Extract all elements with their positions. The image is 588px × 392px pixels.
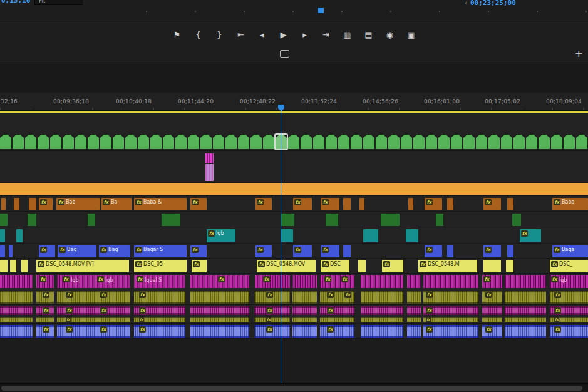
clip[interactable]: [0, 229, 5, 242]
clip[interactable]: [288, 135, 299, 149]
step-forward-icon[interactable]: ▸: [301, 30, 309, 40]
clip[interactable]: fx: [483, 198, 501, 210]
clip-strip[interactable]: [0, 275, 588, 288]
clip-strip[interactable]: [0, 317, 588, 322]
clip[interactable]: [205, 153, 214, 181]
clip[interactable]: [13, 135, 24, 149]
clip[interactable]: [401, 135, 412, 149]
clip[interactable]: [376, 135, 387, 149]
clip[interactable]: [539, 135, 550, 149]
clip[interactable]: [38, 135, 49, 149]
clip[interactable]: [358, 260, 366, 272]
clip[interactable]: [0, 260, 8, 272]
clip[interactable]: [281, 214, 294, 226]
clip[interactable]: [10, 260, 16, 272]
add-button[interactable]: +: [575, 48, 583, 59]
clip[interactable]: [14, 198, 19, 210]
overwrite-icon[interactable]: ▤: [364, 30, 373, 40]
clip[interactable]: fx: [39, 198, 53, 210]
clip[interactable]: fx: [255, 245, 272, 257]
clip[interactable]: [150, 135, 162, 149]
clip[interactable]: [50, 135, 61, 149]
clip[interactable]: [512, 214, 521, 226]
clip[interactable]: [338, 135, 349, 149]
clip[interactable]: [1, 198, 6, 210]
clip[interactable]: [413, 135, 425, 149]
clip[interactable]: [351, 135, 362, 149]
clip[interactable]: [21, 260, 28, 272]
clip[interactable]: fxIqb: [207, 229, 235, 242]
step-back-icon[interactable]: ◂: [258, 30, 267, 40]
clip[interactable]: [138, 135, 149, 149]
clip[interactable]: [88, 135, 99, 149]
clip[interactable]: [506, 260, 513, 272]
clip[interactable]: fx: [520, 229, 541, 242]
clip[interactable]: fxBaba &: [134, 198, 187, 210]
clip[interactable]: [301, 135, 312, 149]
clip-strip[interactable]: [0, 306, 588, 315]
clip[interactable]: [326, 214, 338, 226]
zoom-scrollbar[interactable]: [0, 0, 588, 21]
clip[interactable]: fxDSC_05: [134, 260, 187, 272]
clip[interactable]: fx: [190, 245, 207, 257]
clip[interactable]: [175, 135, 187, 149]
clip[interactable]: [25, 135, 36, 149]
clip[interactable]: fx: [321, 245, 339, 257]
clip[interactable]: [188, 135, 199, 149]
clip[interactable]: [0, 135, 11, 149]
export-frame-icon[interactable]: ◉: [386, 30, 395, 40]
clip[interactable]: [75, 135, 86, 149]
clip[interactable]: fxDSC_0548.MOV: [257, 260, 316, 272]
clip[interactable]: [28, 214, 36, 226]
clip[interactable]: [326, 135, 337, 149]
clip[interactable]: [225, 135, 237, 149]
clip[interactable]: [463, 135, 475, 149]
clip[interactable]: [388, 135, 400, 149]
clip[interactable]: [363, 229, 378, 242]
multicam-icon[interactable]: ▣: [407, 30, 416, 40]
clip[interactable]: [0, 245, 5, 257]
clip[interactable]: [526, 135, 537, 149]
timeline-ruler[interactable]: 08;32;1600;09;36;1800;10;40;1800;11;44;2…: [0, 93, 588, 111]
clip[interactable]: [451, 135, 462, 149]
clip[interactable]: [9, 245, 13, 257]
go-to-out-icon[interactable]: ⇥: [322, 30, 331, 40]
clip[interactable]: [100, 135, 111, 149]
clip[interactable]: [564, 135, 575, 149]
clip[interactable]: fxBaqar S: [134, 245, 187, 257]
clip[interactable]: [16, 229, 23, 242]
insert-icon[interactable]: ▥: [343, 30, 352, 40]
play-icon[interactable]: ▶: [279, 30, 288, 40]
clip[interactable]: [507, 198, 513, 210]
clip[interactable]: fxDSC_0548.MOV [V]: [36, 260, 129, 272]
clip[interactable]: [281, 229, 293, 242]
clip[interactable]: [125, 135, 137, 149]
mark-out-icon[interactable]: }: [215, 30, 224, 40]
horizontal-scrollbar[interactable]: [0, 383, 588, 392]
clip[interactable]: [343, 245, 351, 257]
clip[interactable]: [200, 135, 212, 149]
clip[interactable]: fxBaq: [58, 245, 96, 257]
clip[interactable]: fx: [190, 198, 207, 210]
clip[interactable]: [113, 135, 124, 149]
clip[interactable]: [576, 135, 587, 149]
clip[interactable]: [551, 135, 562, 149]
clip[interactable]: fxBa: [101, 198, 132, 210]
zoom-slider-handle[interactable]: [318, 8, 324, 13]
scrollbar-thumb[interactable]: [1, 386, 582, 391]
clip[interactable]: [363, 135, 374, 149]
clip[interactable]: [501, 135, 512, 149]
clip[interactable]: [408, 198, 413, 210]
clip[interactable]: fxDSC_: [550, 260, 588, 272]
clip[interactable]: [29, 198, 36, 210]
clip[interactable]: [476, 135, 487, 149]
go-to-in-icon[interactable]: ⇤: [237, 30, 245, 40]
clip[interactable]: [483, 260, 501, 272]
clip-strip[interactable]: [0, 291, 588, 304]
clip[interactable]: fxBaqa: [552, 245, 588, 257]
clip[interactable]: fxDSC_0548.M: [418, 260, 477, 272]
clip[interactable]: [507, 245, 513, 257]
clip[interactable]: [438, 135, 450, 149]
selected-clip[interactable]: [276, 135, 287, 149]
clip[interactable]: fxBab: [56, 198, 100, 210]
